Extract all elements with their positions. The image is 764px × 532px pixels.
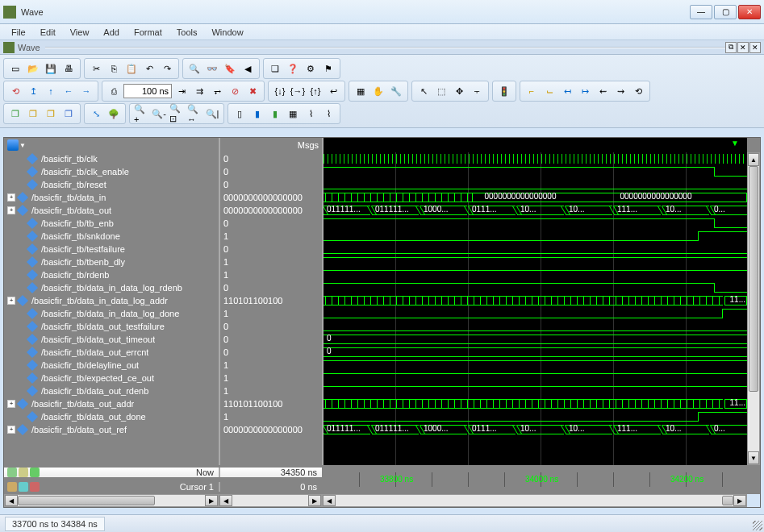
edge4-icon[interactable]: ↦ [577,83,593,99]
signal-row[interactable]: /basicfir_tb/data_out_done [4,410,219,423]
edge5-icon[interactable]: ⇜ [595,83,611,99]
up-icon[interactable]: ↑ [43,83,59,99]
wave-panel[interactable]: 00000000000000000000000000000000011111..… [322,152,747,465]
signal-panel[interactable]: /basicfir_tb/clk/basicfir_tb/clk_enable/… [4,152,219,465]
win1-icon[interactable]: ❐ [7,106,23,122]
run-step-icon[interactable]: ⇥ [173,83,190,99]
vscroll-thumb[interactable] [749,166,758,392]
wave-row[interactable]: 11... [324,397,747,410]
wave-hscroll[interactable]: ◀ ▶ [322,494,747,507]
now-icon1[interactable] [7,468,17,477]
resize-grip[interactable] [753,521,762,530]
new-icon[interactable]: ▭ [7,60,23,77]
edge2-icon[interactable]: ⌙ [541,83,557,99]
signal-row[interactable]: /basicfir_tb/tb_enb [4,217,219,230]
signal-hscroll[interactable]: ◀ ▶ [4,494,219,507]
expand-icon[interactable]: ⤡ [88,106,104,122]
maximize-button[interactable]: ▢ [714,5,737,19]
align-icon[interactable]: ⫟ [469,83,485,99]
flag-icon[interactable]: ⚑ [320,60,336,77]
win3-icon[interactable]: ❐ [43,106,59,122]
wave-row[interactable] [324,217,747,230]
now-add-icon[interactable] [30,468,40,477]
open-icon[interactable]: 📂 [25,60,41,77]
cut-icon[interactable]: ✂ [88,60,104,77]
wave-style5-icon[interactable]: ⌇ [303,106,319,122]
signals-header-icon[interactable] [7,139,19,151]
edge3-icon[interactable]: ↤ [559,83,575,99]
step-into-icon[interactable]: {↓} [272,83,288,99]
expand-icon[interactable]: + [7,206,15,214]
hscroll-left-button[interactable]: ◀ [219,495,232,506]
wave-row[interactable] [324,230,747,243]
signal-row[interactable]: /basicfir_tb/clk_enable [4,165,219,178]
signal-row[interactable]: /basicfir_tb/reset [4,178,219,191]
pin-icon[interactable]: ✕ [737,42,749,53]
tree-icon[interactable]: 🌳 [106,106,122,122]
close-button[interactable]: ✕ [738,5,761,19]
menu-tools[interactable]: Tools [170,26,204,39]
signal-row[interactable]: /basicfir_tb/clk [4,152,219,165]
win4-icon[interactable]: ❐ [61,106,77,122]
binoculars-icon[interactable]: 👓 [204,60,220,77]
wave-row[interactable] [324,165,747,178]
step-over-icon[interactable]: {→} [290,83,306,99]
edge6-icon[interactable]: ⇝ [612,83,628,99]
zoom-cursor-icon[interactable]: 🔍| [204,106,220,122]
help-icon[interactable]: ❓ [285,60,301,77]
print-icon[interactable]: 🖶 [61,60,77,77]
traffic-icon[interactable]: 🚦 [496,83,512,99]
win2-icon[interactable]: ❐ [25,106,41,122]
run-all-icon[interactable]: ⇉ [191,83,207,99]
wave-row[interactable]: 0 [324,333,747,346]
edge1-icon[interactable]: ⌐ [524,83,540,99]
signal-row[interactable]: +/basicfir_tb/data_out [4,204,219,217]
wave-row[interactable] [324,256,747,268]
wave-row[interactable] [324,320,747,333]
wave-row[interactable] [324,152,747,165]
signal-row[interactable]: +/basicfir_tb/data_in_data_log_addr [4,294,219,307]
subtitle-close-icon[interactable]: ✕ [749,42,761,53]
wave-style4-icon[interactable]: ▦ [285,106,301,122]
prev-icon[interactable]: ← [61,83,77,99]
step-out-icon[interactable]: {↑} [307,83,324,99]
redo-icon[interactable]: ↷ [159,60,175,77]
zoom-in-icon[interactable]: 🔍+ [133,106,149,122]
wave-row[interactable] [324,281,747,294]
next-icon[interactable]: → [78,83,94,99]
wave-row[interactable] [324,307,747,320]
signal-row[interactable]: /basicfir_tb/data_out_rdenb [4,384,219,397]
wave-row[interactable]: 00000000000000000000000000000000 [324,191,747,204]
settings-icon[interactable]: ⚙ [303,60,319,77]
menu-edit[interactable]: Edit [34,26,62,39]
run-cont-icon[interactable]: ⥅ [209,83,225,99]
menu-window[interactable]: Window [205,26,249,39]
dock-icon[interactable]: ⧉ [725,42,737,53]
break-icon[interactable]: ⊘ [227,83,243,99]
paste-icon[interactable]: 📋 [123,60,140,77]
pointer-icon[interactable]: ↖ [415,83,432,99]
wave-row[interactable]: 011111...011111...1000...0111...10...10.… [324,204,747,217]
wave-style2-icon[interactable]: ▮ [249,106,265,122]
msgs-hscroll[interactable]: ◀ ▶ [219,494,322,507]
wave-row[interactable] [324,410,747,423]
wave-row[interactable] [324,359,747,372]
signal-row[interactable]: /basicfir_tb/data_out_timeout [4,333,219,346]
hscroll-left-button[interactable]: ◀ [5,495,18,506]
minimize-button[interactable]: — [690,5,712,19]
vscroll-up-button[interactable]: ▲ [748,153,759,166]
expand-icon[interactable]: + [7,193,15,202]
hand-icon[interactable]: ✋ [370,83,386,99]
select-icon[interactable]: ⬚ [433,83,449,99]
cursor-icon2[interactable] [19,482,28,492]
move-icon[interactable]: ✥ [451,83,467,99]
menu-format[interactable]: Format [127,26,169,39]
undo-icon[interactable]: ↶ [141,60,157,77]
zoom-fit-icon[interactable]: 🔍↔ [186,106,202,122]
run-icon[interactable]: ⎙ [106,83,122,99]
stop-icon[interactable]: ✖ [244,83,261,99]
zoom-full-icon[interactable]: 🔍⊡ [169,106,185,122]
vscroll-down-button[interactable]: ▼ [748,451,759,464]
signal-row[interactable]: /basicfir_tb/delayline_out [4,359,219,372]
signal-row[interactable]: /basicfir_tb/rdenb [4,268,219,281]
